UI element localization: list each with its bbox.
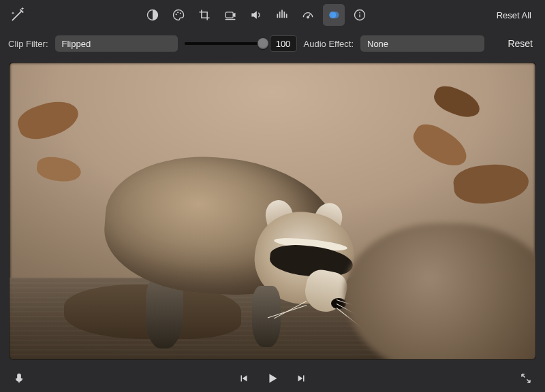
info-icon	[353, 8, 367, 22]
reset-button[interactable]: Reset	[503, 35, 537, 52]
camera-icon	[223, 8, 237, 22]
svg-rect-10	[286, 14, 287, 18]
magic-wand-icon	[8, 5, 27, 24]
half-circle-icon	[146, 8, 159, 22]
clip-filter-value: Flipped	[62, 39, 91, 49]
filter-controls-bar: Clip Filter: Flipped 100 Audio Effect: N…	[0, 30, 545, 57]
svg-rect-8	[281, 10, 283, 18]
slider-thumb[interactable]	[258, 38, 268, 49]
volume-icon	[249, 8, 263, 22]
color-balance-button[interactable]	[142, 4, 164, 26]
microphone-icon	[13, 372, 25, 385]
skip-forward-button[interactable]	[295, 372, 307, 385]
audio-effect-label: Audio Effect:	[304, 39, 354, 49]
video-preview[interactable]	[10, 63, 535, 359]
magic-wand-button[interactable]	[8, 5, 27, 24]
svg-point-13	[332, 12, 339, 18]
clip-info-button[interactable]	[349, 4, 371, 26]
play-icon	[265, 371, 280, 386]
speed-button[interactable]	[297, 4, 319, 26]
svg-rect-4	[225, 12, 233, 18]
overlap-circles-icon	[327, 8, 341, 22]
crop-icon	[198, 8, 211, 22]
svg-point-1	[176, 14, 177, 15]
raccoon-subject	[91, 137, 377, 342]
clip-filter-button[interactable]	[323, 4, 345, 26]
voiceover-button[interactable]	[10, 372, 29, 385]
skip-back-icon	[238, 372, 250, 385]
skip-back-button[interactable]	[238, 372, 250, 385]
equalizer-icon	[275, 8, 289, 22]
fullscreen-icon	[520, 372, 532, 385]
skip-forward-icon	[295, 372, 307, 385]
audio-effect-select[interactable]: None	[360, 35, 484, 52]
filter-amount-field[interactable]: 100	[270, 35, 297, 52]
fullscreen-button[interactable]	[516, 372, 535, 385]
svg-point-3	[180, 12, 181, 14]
stabilization-button[interactable]	[219, 4, 241, 26]
crop-button[interactable]	[193, 4, 215, 26]
reset-all-button[interactable]: Reset All	[491, 7, 537, 23]
svg-rect-5	[225, 19, 236, 20]
clip-filter-label: Clip Filter:	[8, 39, 48, 49]
svg-point-11	[307, 16, 309, 18]
play-button[interactable]	[265, 371, 280, 386]
transport-bar	[0, 365, 545, 392]
svg-point-2	[177, 12, 178, 13]
svg-rect-9	[284, 12, 285, 18]
filter-amount-slider[interactable]	[185, 37, 263, 50]
color-correction-button[interactable]	[168, 4, 189, 26]
palette-icon	[172, 8, 185, 22]
svg-rect-7	[279, 12, 281, 18]
clip-filter-select[interactable]: Flipped	[55, 35, 178, 52]
volume-button[interactable]	[245, 4, 267, 26]
svg-rect-6	[277, 14, 279, 18]
tool-icons-group	[142, 4, 371, 26]
audio-effect-value: None	[367, 39, 388, 49]
svg-point-16	[359, 12, 360, 14]
noise-reduction-button[interactable]	[271, 4, 293, 26]
speedometer-icon	[301, 8, 315, 22]
adjustments-toolbar: Reset All	[0, 0, 545, 30]
